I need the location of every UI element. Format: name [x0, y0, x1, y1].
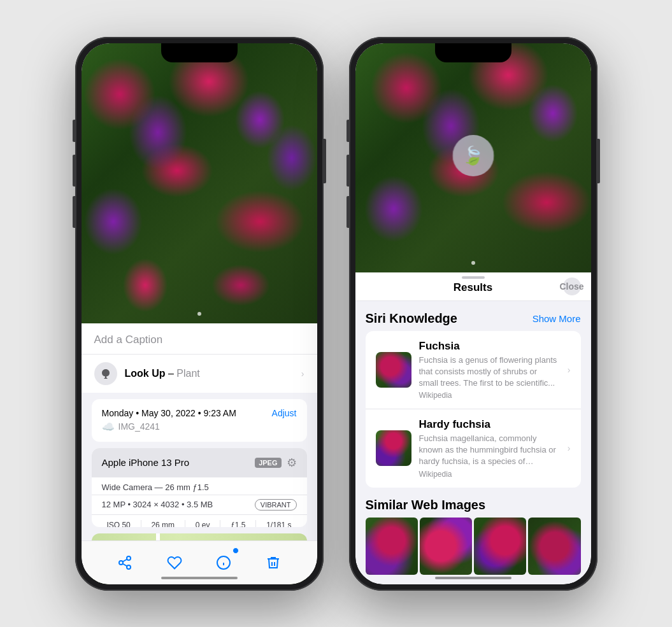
results-panel: Results Close Siri Knowledge Show More	[355, 272, 591, 584]
siri-visual-bubble: 🍃	[452, 135, 494, 176]
notch	[161, 43, 238, 62]
vol-down-button[interactable]	[347, 196, 349, 228]
date-card: Monday • May 30, 2022 • 9:23 AM Adjust ☁…	[92, 399, 307, 442]
delete-button[interactable]	[259, 549, 287, 577]
siri-knowledge-header: Siri Knowledge Show More	[355, 301, 591, 331]
favorite-button[interactable]	[161, 549, 189, 577]
caption-area[interactable]: Add a Caption	[82, 323, 317, 354]
jpeg-badge: JPEG	[255, 458, 281, 468]
vol-up-button[interactable]	[73, 155, 75, 187]
info-active-indicator	[232, 547, 239, 554]
phone-2: 🍃 Results Close	[349, 37, 597, 591]
camera-header: Apple iPhone 13 Pro JPEG ⚙	[92, 448, 307, 477]
divider	[255, 520, 256, 527]
vol-up-button[interactable]	[347, 155, 349, 187]
show-more-button[interactable]: Show More	[533, 313, 581, 324]
similar-image-3[interactable]	[474, 518, 526, 575]
exif-row: ISO 50 26 mm 0 ev ƒ1.5 1/181 s	[92, 514, 307, 527]
divider	[141, 520, 141, 527]
siri-knowledge-title: Siri Knowledge	[366, 311, 457, 326]
fuchsia-info: Fuchsia Fuchsia is a genus of flowering …	[419, 340, 557, 400]
page-indicator	[197, 312, 201, 316]
cloud-icon: ☁️	[102, 421, 115, 433]
fuchsia-thumbnail	[376, 352, 411, 388]
divider	[185, 520, 185, 527]
divider	[220, 520, 220, 527]
lens-row: Wide Camera — 26 mm ƒ1.5	[92, 477, 307, 495]
fuchsia-source: Wikipedia	[419, 391, 557, 400]
ev-value: 0 ev	[196, 521, 210, 527]
close-x-icon: Close	[559, 281, 583, 292]
info-button[interactable]	[210, 549, 238, 577]
share-button[interactable]	[111, 549, 139, 577]
iso-value: ISO 50	[106, 521, 130, 527]
similar-title: Similar Web Images	[366, 498, 486, 512]
lens-text: Wide Camera — 26 mm ƒ1.5	[102, 483, 297, 492]
hardy-thumbnail	[376, 430, 411, 466]
knowledge-item-fuchsia[interactable]: Fuchsia Fuchsia is a genus of flowering …	[366, 331, 581, 409]
specs-row: 12 MP • 3024 × 4032 • 3.5 MB VIBRANT	[92, 495, 307, 514]
hardy-desc: Fuchsia magellanica, commonly known as t…	[419, 433, 557, 468]
photo-display	[82, 43, 317, 323]
similar-image-4[interactable]	[528, 518, 580, 575]
close-button[interactable]: Close	[563, 278, 581, 295]
focal-value: 26 mm	[151, 521, 175, 527]
look-up-icon	[94, 362, 117, 385]
aperture-value: ƒ1.5	[231, 521, 245, 527]
similar-image-1[interactable]	[366, 518, 418, 575]
hardy-thumb-bg	[376, 430, 411, 466]
siri-leaf-icon: 🍃	[462, 145, 484, 166]
knowledge-card: Fuchsia Fuchsia is a genus of flowering …	[366, 331, 581, 488]
results-header: Results Close	[355, 272, 591, 301]
filename-text: IMG_4241	[118, 421, 160, 432]
hardy-source: Wikipedia	[419, 470, 557, 479]
vibrant-badge: VIBRANT	[255, 499, 297, 511]
fuchsia-desc: Fuchsia is a genus of flowering plants t…	[419, 355, 557, 390]
mp-info: 12 MP • 3024 × 4032 • 3.5 MB	[102, 500, 213, 509]
hardy-name: Hardy fuchsia	[419, 418, 557, 431]
home-indicator-2	[435, 577, 511, 579]
similar-images-row	[366, 518, 581, 575]
camera-model: Apple iPhone 13 Pro	[102, 457, 190, 468]
caption-placeholder[interactable]: Add a Caption	[94, 334, 163, 346]
fuchsia-name: Fuchsia	[419, 340, 557, 353]
chevron-right-icon: ›	[568, 365, 571, 375]
look-up-label: Look Up – Plant	[125, 368, 200, 379]
fuchsia-thumb-bg	[376, 352, 411, 388]
knowledge-item-hardy[interactable]: Hardy fuchsia Fuchsia magellanica, commo…	[366, 409, 581, 488]
hardy-info: Hardy fuchsia Fuchsia magellanica, commo…	[419, 418, 557, 479]
look-up-row[interactable]: Look Up – Plant ›	[82, 354, 317, 393]
phone-1: Add a Caption Look Up – Plant ›	[75, 37, 324, 591]
drag-handle	[462, 276, 485, 279]
notch-2	[435, 43, 511, 62]
page-indicator-2	[471, 261, 475, 265]
camera-card: Apple iPhone 13 Pro JPEG ⚙ Wide Camera —…	[92, 448, 307, 527]
similar-header: Similar Web Images	[355, 488, 591, 518]
similar-image-2[interactable]	[420, 518, 472, 575]
home-indicator	[161, 577, 238, 579]
look-up-chevron: ›	[301, 369, 304, 379]
date-text: Monday • May 30, 2022 • 9:23 AM	[102, 408, 236, 418]
vol-down-button[interactable]	[73, 196, 75, 228]
adjust-button[interactable]: Adjust	[272, 408, 297, 418]
flower-image	[82, 43, 317, 323]
shutter-value: 1/181 s	[266, 521, 291, 527]
settings-icon: ⚙	[287, 456, 297, 470]
chevron-right-icon-2: ›	[568, 443, 571, 453]
photo-display-2: 🍃	[355, 43, 591, 272]
results-title: Results	[454, 281, 492, 294]
